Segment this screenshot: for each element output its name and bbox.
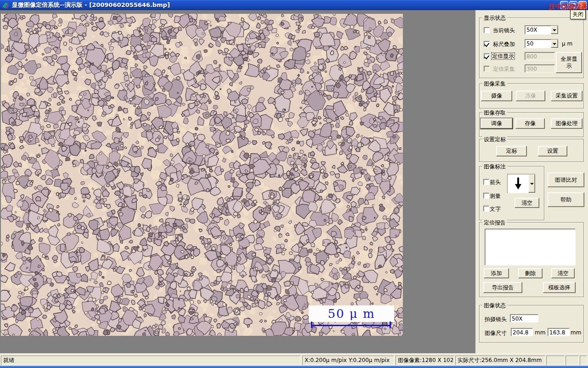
ruler-overlay-checkbox[interactable] xyxy=(484,41,490,47)
group-storage-title: 图像存取 xyxy=(482,109,507,117)
fixed-capture-input: 300 xyxy=(525,64,555,73)
ruler-unit-label: μ m xyxy=(562,40,572,47)
restore-icon xyxy=(571,3,576,7)
image-height-unit: mm xyxy=(571,329,581,336)
scalebar-tick-left xyxy=(311,322,312,328)
app-icon xyxy=(2,1,9,9)
ruler-overlay-label: 标尺叠加 xyxy=(493,40,515,48)
status-blank-3 xyxy=(580,356,587,365)
image-width-unit: mm xyxy=(535,329,545,336)
image-process-button[interactable]: 图像处理 xyxy=(551,118,582,129)
group-calibration: 设置定标 xyxy=(479,139,584,162)
titlebar: 显微图像定倍系统--演示版 - [20090602055646.bmp] 汉中仪… xyxy=(0,0,588,10)
report-add-button[interactable]: 添加 xyxy=(484,268,509,278)
template-select-button[interactable]: 模板选择 xyxy=(543,282,576,293)
image-width-value: 204.8 xyxy=(511,328,533,336)
status-ready: 就绪 xyxy=(1,356,301,365)
scalebar-line xyxy=(311,325,391,326)
fullscreen-button[interactable]: 全屏显示 xyxy=(556,52,582,73)
load-image-button[interactable]: 调像 xyxy=(481,118,513,129)
ruler-value-select[interactable]: 50 xyxy=(525,39,559,48)
freeze-button: 冻像 xyxy=(516,91,545,101)
current-lens-checkbox[interactable] xyxy=(484,27,490,33)
shoot-lens-value: 50X xyxy=(510,314,538,322)
help-button[interactable]: 帮助 xyxy=(548,192,584,207)
current-lens-select[interactable]: 50X xyxy=(525,25,559,34)
export-report-button[interactable]: 导出报告 xyxy=(483,282,522,293)
close-button[interactable] xyxy=(578,1,587,9)
group-annotation-title: 图像标注 xyxy=(482,163,507,171)
fixed-display-label: 定倍显示 xyxy=(492,52,514,60)
atlas-compare-button[interactable]: 图谱比对 xyxy=(548,172,584,187)
image-height-value: 163.8 xyxy=(548,328,570,336)
restore-button[interactable] xyxy=(569,1,577,9)
group-calibration-title: 设置定标 xyxy=(482,136,507,144)
report-delete-button[interactable]: 删除 xyxy=(518,268,543,278)
down-arrow-icon xyxy=(508,174,528,193)
group-report-title: 定倍报告 xyxy=(482,219,507,227)
text-label: 文字 xyxy=(490,205,501,213)
status-blank-2 xyxy=(565,356,579,365)
micrograph-canvas[interactable] xyxy=(1,14,403,336)
measure-label: 测量 xyxy=(490,192,501,200)
report-listbox[interactable] xyxy=(485,229,576,265)
status-pixel-scale: X:0.200μ m/pix Y:0.200μ m/pix xyxy=(302,356,394,365)
statusbar: 就绪 X:0.200μ m/pix Y:0.200μ m/pix 图像像素:12… xyxy=(0,353,588,366)
capture-settings-button[interactable]: 采集设置 xyxy=(551,91,582,101)
window-title: 显微图像定倍系统--演示版 - [20090602055646.bmp] xyxy=(12,0,170,10)
status-blank-1 xyxy=(546,356,565,365)
chevron-down-icon[interactable] xyxy=(551,40,558,48)
fixed-capture-label: 定倍采集 xyxy=(493,65,515,73)
status-actual-size: 实际尺寸:256.0mm X 204.8mm xyxy=(455,356,545,365)
control-panel: 显示状态 当前镜头 50X 标尺叠加 50 μ m 定倍显示 800 定倍采集 … xyxy=(475,10,588,353)
calibrate-button[interactable]: 定标 xyxy=(496,146,527,156)
group-capture-title: 图像采集 xyxy=(482,80,507,88)
group-image-status-title: 图像状态 xyxy=(482,302,507,310)
scalebar-label: 50 μ m xyxy=(328,307,375,321)
fixed-display-input: 800 xyxy=(525,52,555,60)
taskbar-edge xyxy=(0,366,588,368)
current-lens-label: 当前镜头 xyxy=(493,27,515,34)
arrow-label: 箭头 xyxy=(490,178,501,186)
group-display-status-title: 显示状态 xyxy=(482,14,507,22)
calib-settings-button[interactable]: 设置 xyxy=(538,146,567,156)
text-checkbox[interactable] xyxy=(483,206,489,212)
fixed-display-checkbox[interactable] xyxy=(484,53,490,59)
status-image-pixels: 图像像素:1280 X 1024 xyxy=(396,356,454,365)
shoot-lens-label: 拍摄镜头 xyxy=(485,316,507,323)
fixed-capture-checkbox xyxy=(484,66,490,72)
arrow-checkbox[interactable] xyxy=(483,179,489,185)
arrow-style-select[interactable] xyxy=(507,174,536,193)
report-clear-button[interactable]: 清空 xyxy=(551,268,575,278)
minimize-icon xyxy=(562,6,565,7)
scalebar-box: 50 μ m xyxy=(309,305,394,322)
scalebar-tick-right xyxy=(390,322,391,328)
save-image-button[interactable]: 存像 xyxy=(515,118,545,129)
chevron-down-icon[interactable] xyxy=(528,174,535,193)
annotation-clear-button[interactable]: 清空 xyxy=(514,198,539,208)
app-window: 显微图像定倍系统--演示版 - [20090602055646.bmp] 汉中仪… xyxy=(0,0,588,368)
window-controls xyxy=(560,1,587,9)
image-size-label: 图像尺寸 xyxy=(485,329,507,337)
minimize-button[interactable] xyxy=(560,1,568,9)
shoot-button[interactable]: 摄像 xyxy=(481,91,512,101)
chevron-down-icon[interactable] xyxy=(551,26,558,34)
close-tooltip: 关闭 xyxy=(570,10,586,19)
measure-checkbox[interactable] xyxy=(483,193,489,199)
